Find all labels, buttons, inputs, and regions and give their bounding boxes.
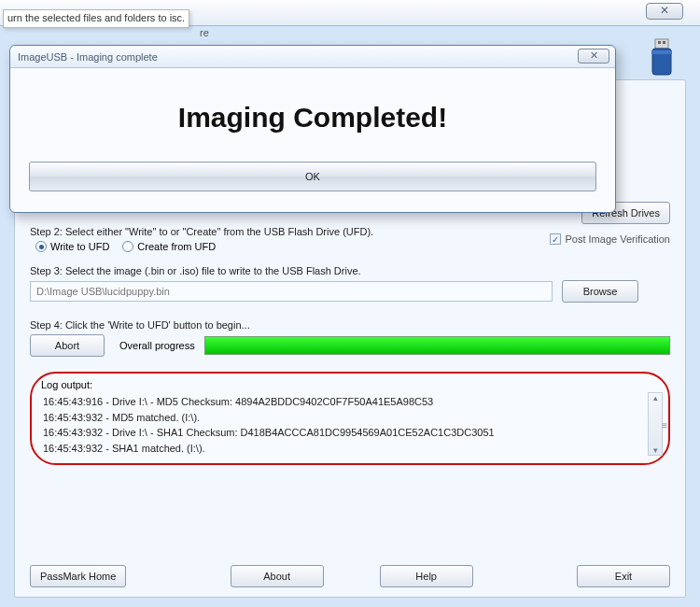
step4-label: Step 4: Click the 'Write to UFD' button … — [30, 319, 670, 331]
write-to-ufd-label: Write to UFD — [50, 241, 109, 252]
overall-progress-fill — [205, 337, 669, 354]
post-image-verification-label: Post Image Verification — [565, 233, 670, 245]
abort-button[interactable]: Abort — [30, 334, 105, 357]
svg-rect-4 — [651, 50, 672, 54]
imaging-complete-dialog: ImageUSB - Imaging complete ✕ Imaging Co… — [9, 45, 616, 213]
outer-close-button[interactable]: ✕ — [646, 3, 683, 20]
browse-button[interactable]: Browse — [562, 280, 638, 303]
about-button[interactable]: About — [231, 565, 324, 587]
dialog-heading: Imaging Completed! — [29, 102, 596, 134]
svg-rect-1 — [658, 41, 661, 44]
log-output-label: Log output: — [41, 379, 659, 390]
step3-label: Step 3: Select the image (.bin or .iso) … — [30, 265, 670, 276]
log-grip-icon: ≡ — [662, 420, 665, 431]
bottom-button-row: PassMark Home About Help Exit — [30, 565, 670, 587]
write-to-ufd-radio[interactable]: Write to UFD — [35, 241, 109, 252]
log-line: 16:45:43:916 - Drive I:\ - MD5 Checksum:… — [43, 394, 657, 410]
log-line: 16:45:43:932 - MD5 matched. (I:\). — [43, 410, 657, 426]
post-image-verification-checkbox[interactable]: Post Image Verification — [550, 233, 670, 245]
log-scrollbar[interactable] — [648, 392, 663, 456]
svg-rect-0 — [655, 39, 668, 49]
exit-button[interactable]: Exit — [577, 565, 670, 587]
create-from-ufd-label: Create from UFD — [137, 241, 216, 252]
log-line: 16:45:43:932 - SHA1 matched. (I:\). — [43, 441, 657, 457]
image-path-input[interactable]: D:\Image USB\lucidpuppy.bin — [30, 281, 553, 302]
help-button[interactable]: Help — [380, 565, 473, 587]
usb-drive-icon — [648, 37, 681, 84]
passmark-home-button[interactable]: PassMark Home — [30, 565, 126, 587]
log-line: 16:45:43:932 - Drive I:\ - SHA1 Checksum… — [43, 425, 657, 441]
burn-tooltip: urn the selected files and folders to is… — [3, 9, 189, 28]
overall-progress-label: Overall progress — [119, 340, 195, 351]
dialog-title: ImageUSB - Imaging complete — [18, 51, 158, 63]
svg-rect-2 — [663, 41, 665, 44]
dialog-titlebar[interactable]: ImageUSB - Imaging complete ✕ — [10, 46, 615, 68]
tooltip-tail-text: re — [200, 27, 209, 38]
log-output-list: 16:45:43:916 - Drive I:\ - MD5 Checksum:… — [43, 394, 657, 456]
overall-progress-bar — [204, 336, 670, 355]
ok-button[interactable]: OK — [29, 162, 596, 191]
dialog-close-button[interactable]: ✕ — [578, 49, 609, 64]
log-output-group: Log output: 16:45:43:916 - Drive I:\ - M… — [30, 372, 670, 465]
create-from-ufd-radio[interactable]: Create from UFD — [122, 241, 216, 252]
